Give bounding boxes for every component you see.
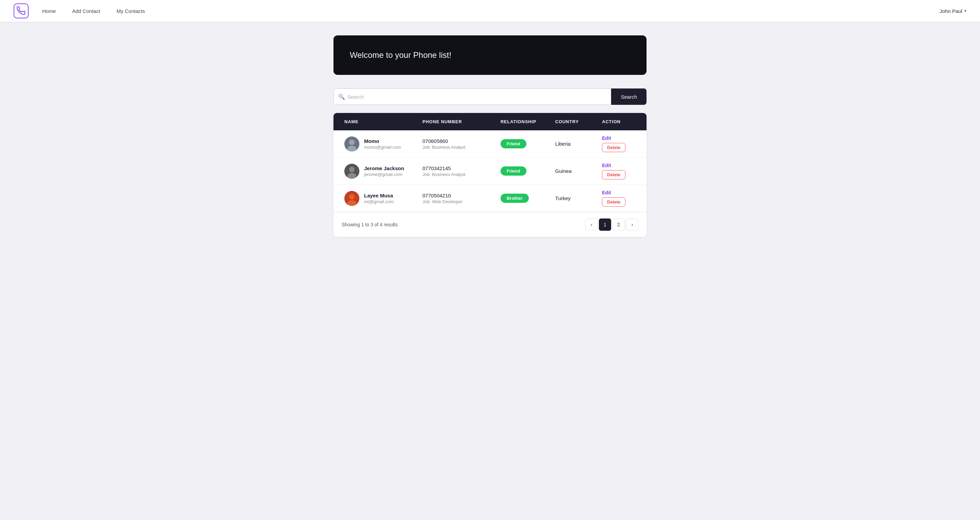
contacts-table: NAME PHONE NUMBER RELATIONSHIP COUNTRY A… [334,113,646,237]
phone-number-1: 070605860 [422,138,495,144]
relationship-cell-2: Friend [498,162,553,180]
col-header-country: COUNTRY [553,113,600,130]
contact-email-1: momo@gmail.com [364,145,401,150]
edit-button-3[interactable]: Edit [602,190,611,196]
contact-name-2: Jerome Jackson [364,165,404,171]
name-info-2: Jerome Jackson jerome@gmail.com [364,165,404,177]
avatar-placeholder-2 [344,164,360,179]
phone-icon [17,6,25,15]
table-header: NAME PHONE NUMBER RELATIONSHIP COUNTRY A… [334,113,646,130]
table-row: Momo momo@gmail.com 070605860 Job: Busin… [334,130,646,157]
pagination-row: Showing 1 to 3 of 4 results ‹ 1 2 › [334,212,646,237]
phone-number-3: 0770504210 [422,192,495,199]
job-1: Job: Business Analyst [422,145,495,150]
page-button-2[interactable]: 2 [612,218,625,231]
name-info-1: Momo momo@gmail.com [364,138,401,150]
job-3: Job: Web Developer [422,199,495,204]
edit-button-2[interactable]: Edit [602,163,611,168]
name-cell-1: Momo momo@gmail.com [342,132,420,156]
avatar-3 [344,191,360,206]
delete-button-1[interactable]: Delete [602,143,625,152]
relationship-badge-2: Friend [501,166,527,176]
action-cell-1: Edit Delete [599,131,638,156]
table-row: Jerome Jackson jerome@gmail.com 07703421… [334,157,646,185]
contact-name-3: Layee Musa [364,192,394,199]
phone-cell-1: 070605860 Job: Business Analyst [420,134,498,154]
main-content: Welcome to your Phone list! 🔍 Search NAM… [327,22,653,250]
contact-email-3: mt@gmail.com [364,199,394,204]
country-cell-1: Liberia [553,137,600,151]
col-header-relationship: RELATIONSHIP [498,113,553,130]
user-name: John Paul [940,8,962,14]
navbar: Home Add Contact My Contacts John Paul ▾ [0,0,980,22]
avatar-1 [344,137,360,151]
contact-name-1: Momo [364,138,401,144]
showing-text: Showing 1 to 3 of 4 results [342,222,398,227]
avatar-placeholder-1 [344,137,360,151]
name-cell-2: Jerome Jackson jerome@gmail.com [342,160,420,183]
avatar-2 [344,164,360,179]
job-2: Job: Business Analyst [422,172,495,177]
relationship-cell-1: Friend [498,135,553,153]
svg-point-7 [349,194,355,199]
app-logo[interactable] [14,3,29,18]
delete-button-2[interactable]: Delete [602,170,625,179]
relationship-badge-3: Brother [501,194,529,203]
welcome-banner: Welcome to your Phone list! [334,35,646,75]
col-header-action: ACTION [599,113,638,130]
action-cell-2: Edit Delete [599,159,638,183]
table-row: Layee Musa mt@gmail.com 0770504210 Job: … [334,185,646,212]
search-icon: 🔍 [338,94,345,100]
edit-button-1[interactable]: Edit [602,135,611,141]
country-cell-3: Turkey [553,191,600,205]
page-button-1[interactable]: 1 [599,218,611,231]
relationship-badge-1: Friend [501,139,527,148]
relationship-cell-3: Brother [498,189,553,207]
phone-cell-2: 0770342145 Job: Business Analyst [420,161,498,181]
welcome-text: Welcome to your Phone list! [350,50,630,60]
prev-page-button[interactable]: ‹ [585,218,598,231]
delete-button-3[interactable]: Delete [602,197,625,207]
name-info-3: Layee Musa mt@gmail.com [364,192,394,204]
col-header-phone: PHONE NUMBER [420,113,498,130]
svg-point-4 [349,167,355,172]
search-button[interactable]: Search [611,89,646,105]
search-input[interactable] [334,89,611,105]
nav-links: Home Add Contact My Contacts [42,8,940,14]
search-input-wrap: 🔍 [334,89,611,105]
country-cell-2: Guinea [553,164,600,178]
next-page-button[interactable]: › [626,218,638,231]
nav-my-contacts[interactable]: My Contacts [117,8,145,14]
svg-point-1 [349,140,355,145]
contact-email-2: jerome@gmail.com [364,172,404,177]
nav-home[interactable]: Home [42,8,56,14]
phone-cell-3: 0770504210 Job: Web Developer [420,189,498,208]
chevron-down-icon: ▾ [964,8,966,13]
name-cell-3: Layee Musa mt@gmail.com [342,187,420,210]
phone-number-2: 0770342145 [422,165,495,171]
page-controls: ‹ 1 2 › [585,218,638,231]
nav-add-contact[interactable]: Add Contact [72,8,100,14]
avatar-placeholder-3 [344,191,360,206]
user-menu[interactable]: John Paul ▾ [940,8,966,14]
search-row: 🔍 Search [334,89,646,105]
action-cell-3: Edit Delete [599,186,638,211]
col-header-name: NAME [342,113,420,130]
